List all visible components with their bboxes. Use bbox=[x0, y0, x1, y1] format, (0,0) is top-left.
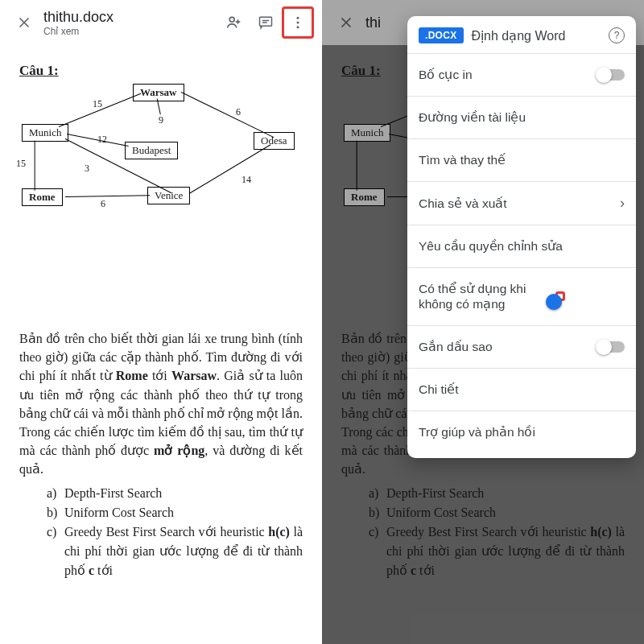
node-budapest: Budapest bbox=[125, 142, 178, 159]
menu-header: .DOCX Định dạng Word ? bbox=[407, 21, 636, 52]
toggle-print-layout[interactable] bbox=[597, 69, 625, 80]
node-venice: Venice bbox=[147, 187, 190, 204]
svg-point-3 bbox=[297, 22, 299, 24]
edge-label: 14 bbox=[242, 174, 251, 186]
offline-toggle-highlight bbox=[555, 291, 565, 301]
menu-request-edit[interactable]: Yêu cầu quyền chỉnh sửa bbox=[407, 227, 636, 266]
edge-label: 6 bbox=[236, 106, 241, 118]
node-odesa: Odesa bbox=[254, 132, 295, 150]
close-icon[interactable] bbox=[330, 6, 362, 39]
comment-icon[interactable] bbox=[250, 6, 282, 39]
edge bbox=[34, 141, 35, 191]
edge-label: 15 bbox=[93, 98, 102, 110]
close-icon[interactable] bbox=[8, 6, 40, 39]
left-pane: thithu.docx Chỉ xem Câu 1: Warsaw Munich… bbox=[0, 0, 322, 644]
title-block: thithu.docx Chỉ xem bbox=[43, 9, 217, 37]
edge bbox=[189, 144, 271, 194]
edge-label: 12 bbox=[97, 134, 107, 146]
toggle-star[interactable] bbox=[597, 341, 625, 353]
doc-subtitle: Chỉ xem bbox=[43, 26, 217, 37]
question-label: Câu 1: bbox=[19, 63, 303, 79]
edge-label: 9 bbox=[159, 114, 163, 126]
node-rome: Rome bbox=[22, 188, 63, 206]
docx-badge: .DOCX bbox=[419, 27, 464, 43]
share-person-icon[interactable] bbox=[217, 6, 250, 39]
overflow-menu: .DOCX Định dạng Word ? Bố cục in Đường v… bbox=[407, 16, 636, 458]
edge bbox=[65, 195, 150, 197]
help-icon[interactable]: ? bbox=[609, 27, 625, 43]
svg-rect-1 bbox=[260, 17, 272, 26]
menu-help-feedback[interactable]: Trợ giúp và phản hồi bbox=[407, 413, 636, 452]
edge bbox=[181, 92, 275, 138]
doc-title: thithu.docx bbox=[43, 9, 217, 26]
menu-doc-outline[interactable]: Đường viền tài liệu bbox=[407, 98, 636, 137]
menu-print-layout[interactable]: Bố cục in bbox=[407, 56, 636, 94]
menu-title: Định dạng Word bbox=[472, 28, 601, 43]
svg-point-0 bbox=[229, 17, 234, 22]
options-list: a)Depth-First Search b)Uniform Cost Sear… bbox=[47, 484, 303, 580]
node-munich: Munich bbox=[22, 124, 68, 142]
menu-offline[interactable]: Có thể sử dụng khi không có mạng bbox=[407, 270, 636, 324]
menu-details[interactable]: Chi tiết bbox=[407, 370, 636, 409]
svg-point-2 bbox=[297, 17, 299, 19]
edge-label: 6 bbox=[101, 198, 105, 210]
graph-diagram: Warsaw Munich Budapest Odesa Rome Venice… bbox=[20, 84, 302, 225]
document-content: Câu 1: Warsaw Munich Budapest Odesa Rome… bbox=[0, 45, 322, 580]
right-pane: thi Câu 1: Munich Rome Bản đồ trên cho b… bbox=[322, 0, 644, 644]
menu-share-export[interactable]: Chia sẻ và xuất › bbox=[407, 184, 636, 223]
edge-label: 15 bbox=[16, 158, 26, 170]
svg-point-4 bbox=[297, 26, 299, 28]
chevron-right-icon: › bbox=[620, 195, 625, 212]
topbar: thithu.docx Chỉ xem bbox=[0, 0, 322, 45]
menu-star[interactable]: Gắn dấu sao bbox=[407, 328, 636, 366]
question-paragraph: Bản đồ trên cho biết thời gian lái xe tr… bbox=[19, 329, 303, 479]
more-menu-icon[interactable] bbox=[282, 6, 314, 39]
menu-find-replace[interactable]: Tìm và thay thế bbox=[407, 141, 636, 180]
edge-label: 3 bbox=[85, 163, 89, 175]
